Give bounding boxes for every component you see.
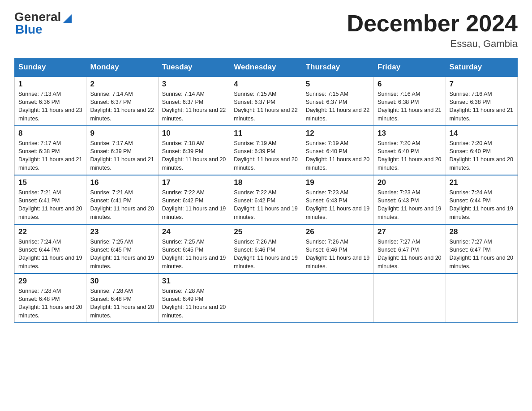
table-row: 15 Sunrise: 7:21 AMSunset: 6:41 PMDaylig…: [15, 175, 86, 224]
day-number: 21: [450, 178, 514, 187]
day-number: 27: [378, 227, 442, 236]
day-info: Sunrise: 7:15 AMSunset: 6:37 PMDaylight:…: [306, 91, 369, 121]
logo-blue-text: Blue: [15, 23, 43, 36]
table-row: 4 Sunrise: 7:15 AMSunset: 6:37 PMDayligh…: [230, 77, 302, 126]
day-info: Sunrise: 7:17 AMSunset: 6:38 PMDaylight:…: [18, 140, 82, 171]
day-info: Sunrise: 7:20 AMSunset: 6:40 PMDaylight:…: [450, 140, 513, 171]
day-number: 12: [306, 129, 370, 138]
day-info: Sunrise: 7:17 AMSunset: 6:39 PMDaylight:…: [90, 140, 154, 171]
table-row: 16 Sunrise: 7:21 AMSunset: 6:41 PMDaylig…: [86, 175, 158, 224]
day-info: Sunrise: 7:25 AMSunset: 6:45 PMDaylight:…: [162, 239, 226, 269]
table-row: 6 Sunrise: 7:16 AMSunset: 6:38 PMDayligh…: [374, 77, 446, 126]
day-number: 2: [90, 80, 154, 89]
day-number: 8: [18, 129, 82, 138]
table-row: 23 Sunrise: 7:25 AMSunset: 6:45 PMDaylig…: [86, 224, 158, 274]
table-row: 31 Sunrise: 7:28 AMSunset: 6:49 PMDaylig…: [158, 274, 230, 323]
day-number: 16: [90, 178, 154, 187]
table-row: 2 Sunrise: 7:14 AMSunset: 6:37 PMDayligh…: [86, 77, 158, 126]
calendar-week-row: 8 Sunrise: 7:17 AMSunset: 6:38 PMDayligh…: [15, 126, 518, 175]
calendar-week-row: 29 Sunrise: 7:28 AMSunset: 6:48 PMDaylig…: [15, 274, 518, 323]
day-number: 17: [162, 178, 226, 187]
table-row: 11 Sunrise: 7:19 AMSunset: 6:39 PMDaylig…: [230, 126, 302, 175]
calendar-week-row: 22 Sunrise: 7:24 AMSunset: 6:44 PMDaylig…: [15, 224, 518, 274]
day-info: Sunrise: 7:24 AMSunset: 6:44 PMDaylight:…: [450, 189, 513, 220]
day-number: 10: [162, 129, 226, 138]
day-number: 18: [234, 178, 298, 187]
day-number: 9: [90, 129, 154, 138]
header-saturday: Saturday: [446, 58, 517, 77]
svg-marker-0: [63, 14, 72, 23]
day-info: Sunrise: 7:26 AMSunset: 6:46 PMDaylight:…: [234, 239, 297, 269]
table-row: 22 Sunrise: 7:24 AMSunset: 6:44 PMDaylig…: [15, 224, 86, 274]
day-info: Sunrise: 7:24 AMSunset: 6:44 PMDaylight:…: [18, 239, 82, 269]
table-row: 30 Sunrise: 7:28 AMSunset: 6:48 PMDaylig…: [86, 274, 158, 323]
header-tuesday: Tuesday: [158, 58, 230, 77]
location-subtitle: Essau, Gambia: [347, 38, 518, 50]
header-monday: Monday: [86, 58, 158, 77]
table-row: 25 Sunrise: 7:26 AMSunset: 6:46 PMDaylig…: [230, 224, 302, 274]
table-row: 29 Sunrise: 7:28 AMSunset: 6:48 PMDaylig…: [15, 274, 86, 323]
logo: General Blue: [14, 11, 72, 36]
day-info: Sunrise: 7:16 AMSunset: 6:38 PMDaylight:…: [378, 91, 441, 121]
day-info: Sunrise: 7:19 AMSunset: 6:39 PMDaylight:…: [234, 140, 297, 171]
table-row: 19 Sunrise: 7:23 AMSunset: 6:43 PMDaylig…: [302, 175, 373, 224]
table-row: [446, 274, 517, 323]
day-number: 31: [162, 277, 226, 286]
day-number: 22: [18, 227, 82, 236]
page-header: General Blue December 2024 Essau, Gambia: [14, 11, 518, 50]
table-row: 7 Sunrise: 7:16 AMSunset: 6:38 PMDayligh…: [446, 77, 517, 126]
day-number: 3: [162, 80, 226, 89]
day-info: Sunrise: 7:27 AMSunset: 6:47 PMDaylight:…: [378, 239, 441, 269]
day-number: 6: [378, 80, 442, 89]
day-number: 15: [18, 178, 82, 187]
day-number: 5: [306, 80, 370, 89]
day-number: 30: [90, 277, 154, 286]
header-thursday: Thursday: [302, 58, 373, 77]
logo-triangle-icon: [63, 14, 72, 23]
month-title: December 2024: [347, 11, 518, 36]
day-info: Sunrise: 7:19 AMSunset: 6:40 PMDaylight:…: [306, 140, 369, 171]
calendar-week-row: 1 Sunrise: 7:13 AMSunset: 6:36 PMDayligh…: [15, 77, 518, 126]
table-row: 26 Sunrise: 7:26 AMSunset: 6:46 PMDaylig…: [302, 224, 373, 274]
day-info: Sunrise: 7:14 AMSunset: 6:37 PMDaylight:…: [90, 91, 154, 121]
table-row: 12 Sunrise: 7:19 AMSunset: 6:40 PMDaylig…: [302, 126, 373, 175]
day-info: Sunrise: 7:26 AMSunset: 6:46 PMDaylight:…: [306, 239, 369, 269]
title-section: December 2024 Essau, Gambia: [347, 11, 518, 50]
calendar-week-row: 15 Sunrise: 7:21 AMSunset: 6:41 PMDaylig…: [15, 175, 518, 224]
table-row: [374, 274, 446, 323]
table-row: 17 Sunrise: 7:22 AMSunset: 6:42 PMDaylig…: [158, 175, 230, 224]
day-number: 20: [378, 178, 442, 187]
day-info: Sunrise: 7:20 AMSunset: 6:40 PMDaylight:…: [378, 140, 441, 171]
day-number: 29: [18, 277, 82, 286]
day-info: Sunrise: 7:16 AMSunset: 6:38 PMDaylight:…: [450, 91, 513, 121]
table-row: 28 Sunrise: 7:27 AMSunset: 6:47 PMDaylig…: [446, 224, 517, 274]
day-info: Sunrise: 7:21 AMSunset: 6:41 PMDaylight:…: [18, 189, 82, 220]
day-number: 11: [234, 129, 298, 138]
day-number: 24: [162, 227, 226, 236]
day-info: Sunrise: 7:18 AMSunset: 6:39 PMDaylight:…: [162, 140, 226, 171]
day-info: Sunrise: 7:27 AMSunset: 6:47 PMDaylight:…: [450, 239, 513, 269]
table-row: 24 Sunrise: 7:25 AMSunset: 6:45 PMDaylig…: [158, 224, 230, 274]
day-number: 4: [234, 80, 298, 89]
day-info: Sunrise: 7:15 AMSunset: 6:37 PMDaylight:…: [234, 91, 297, 121]
day-info: Sunrise: 7:23 AMSunset: 6:43 PMDaylight:…: [378, 189, 441, 220]
day-info: Sunrise: 7:22 AMSunset: 6:42 PMDaylight:…: [162, 189, 226, 220]
logo-general-text: General: [14, 11, 61, 23]
header-wednesday: Wednesday: [230, 58, 302, 77]
table-row: 3 Sunrise: 7:14 AMSunset: 6:37 PMDayligh…: [158, 77, 230, 126]
day-info: Sunrise: 7:28 AMSunset: 6:49 PMDaylight:…: [162, 288, 226, 318]
table-row: 5 Sunrise: 7:15 AMSunset: 6:37 PMDayligh…: [302, 77, 373, 126]
day-info: Sunrise: 7:28 AMSunset: 6:48 PMDaylight:…: [18, 288, 82, 318]
calendar-table: Sunday Monday Tuesday Wednesday Thursday…: [14, 58, 518, 323]
table-row: [302, 274, 373, 323]
table-row: 1 Sunrise: 7:13 AMSunset: 6:36 PMDayligh…: [15, 77, 86, 126]
day-number: 1: [18, 80, 82, 89]
table-row: 13 Sunrise: 7:20 AMSunset: 6:40 PMDaylig…: [374, 126, 446, 175]
table-row: 10 Sunrise: 7:18 AMSunset: 6:39 PMDaylig…: [158, 126, 230, 175]
day-info: Sunrise: 7:14 AMSunset: 6:37 PMDaylight:…: [162, 91, 226, 121]
table-row: 27 Sunrise: 7:27 AMSunset: 6:47 PMDaylig…: [374, 224, 446, 274]
day-info: Sunrise: 7:25 AMSunset: 6:45 PMDaylight:…: [90, 239, 154, 269]
calendar-header-row: Sunday Monday Tuesday Wednesday Thursday…: [15, 58, 518, 77]
day-info: Sunrise: 7:21 AMSunset: 6:41 PMDaylight:…: [90, 189, 154, 220]
day-number: 13: [378, 129, 442, 138]
